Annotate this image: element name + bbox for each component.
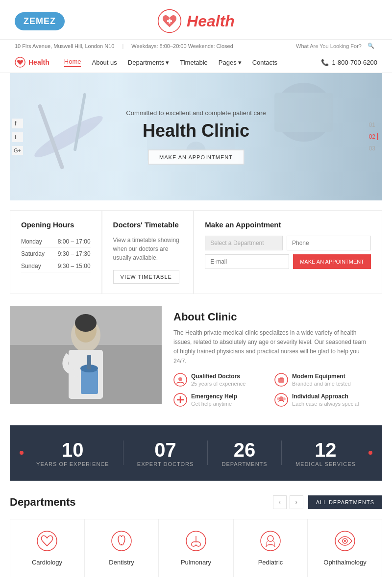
features-grid: Qualified Doctors 25 years of experience…	[173, 373, 370, 409]
departments-nav: ‹ ›	[273, 495, 303, 509]
info-cards: Opening Hours Monday 8:00 – 17:00 Saturd…	[10, 210, 382, 294]
stat-divider-2	[207, 441, 208, 465]
departments-title: Departments	[10, 496, 273, 509]
search-label: What Are You Looking For?	[296, 43, 362, 49]
timetable-description: View a timetable showing when our doctor…	[113, 236, 183, 262]
opening-hours-card: Opening Hours Monday 8:00 – 17:00 Saturd…	[10, 210, 102, 294]
twitter-icon[interactable]: t	[12, 132, 23, 142]
stat-departments-number: 26	[222, 439, 268, 461]
svg-point-30	[261, 531, 280, 551]
working-hours: Weekdays: 8:00–20:00 Weekends: Closed	[131, 43, 233, 49]
sunday-hours: 9:30 – 15:00	[58, 263, 91, 270]
site-logo-icon	[157, 9, 182, 33]
hero-cta-button[interactable]: MAKE AN APPOINTMENT	[148, 150, 244, 165]
departments-header: Departments ‹ › ALL DEPARTMENTS	[10, 495, 382, 509]
search-wrap: What Are You Looking For? 🔍	[296, 43, 377, 49]
stat-experience: 10 YEARS OF EXPERIENCE	[36, 439, 109, 467]
feature-individual-approach: Individual Approach Each case is always …	[274, 393, 370, 409]
stat-departments-label: DEPARTMENTS	[222, 461, 268, 467]
cardiology-icon	[36, 530, 58, 552]
hours-monday: Monday 8:00 – 17:00	[21, 236, 91, 248]
branding-bar: ZEMEZ Health	[0, 0, 392, 39]
svg-rect-6	[274, 93, 333, 132]
dept-pediatric[interactable]: Pediatric	[233, 519, 308, 577]
pediatric-icon	[260, 530, 281, 552]
apt-row-2: MAKE AN APPOINTMENT	[205, 254, 371, 269]
hero-content: Committed to excellent and complete pati…	[126, 109, 266, 165]
svg-point-26	[283, 397, 286, 400]
indicator-2[interactable]: 02	[369, 133, 378, 140]
dept-ophthalmology[interactable]: Ophthalmology	[308, 519, 382, 577]
all-departments-button[interactable]: ALL DEPARTMENTS	[308, 495, 382, 509]
svg-rect-21	[280, 377, 283, 379]
indicator-3[interactable]: 03	[369, 145, 378, 152]
pulmonary-icon	[185, 530, 207, 552]
dept-dentistry[interactable]: Dentistry	[84, 519, 159, 577]
svg-point-14	[75, 314, 97, 332]
nav-departments[interactable]: Departments ▾	[128, 59, 169, 66]
view-timetable-button[interactable]: VIEW TIMETABLE	[113, 270, 179, 284]
hero-subtitle: Committed to excellent and complete pati…	[126, 109, 266, 117]
nav-pages[interactable]: Pages ▾	[219, 59, 242, 66]
feature-modern-equipment: Modern Equipment Branded and time tested	[274, 373, 370, 389]
nav-logo: Health	[15, 57, 49, 68]
stats-right-dot	[368, 451, 372, 455]
svg-point-24	[279, 396, 283, 400]
pages-dropdown-icon: ▾	[238, 59, 242, 66]
departments-prev-button[interactable]: ‹	[273, 495, 287, 509]
stat-doctors-label: EXPERT DOCTORS	[137, 461, 194, 467]
nav-logo-small-icon	[15, 57, 25, 68]
svg-point-25	[277, 397, 280, 400]
sunday-label: Sunday	[21, 263, 41, 270]
equipment-feature-icon	[274, 373, 288, 387]
slide-indicators: 01 02 03	[369, 122, 378, 152]
nav-home[interactable]: Home	[64, 58, 81, 67]
ophthalmology-icon	[334, 530, 356, 552]
phone-icon: 📞	[321, 59, 329, 66]
email-input[interactable]	[205, 254, 289, 269]
svg-point-27	[37, 531, 57, 551]
phone-number: 1-800-700-6200	[332, 59, 377, 66]
stat-divider-3	[281, 441, 282, 465]
hero-section: f t G+ Committed to excellent and comple…	[0, 73, 392, 200]
dept-cardiology[interactable]: Cardiology	[10, 519, 84, 577]
zemez-logo[interactable]: ZEMEZ	[15, 12, 65, 30]
stat-services-number: 12	[295, 439, 356, 461]
doctor-feature-icon	[173, 373, 187, 387]
search-icon[interactable]: 🔍	[368, 43, 374, 49]
dentistry-icon	[111, 530, 132, 552]
phone-input[interactable]	[287, 236, 371, 250]
stat-experience-label: YEARS OF EXPERIENCE	[36, 461, 109, 467]
nav-about[interactable]: About us	[92, 59, 117, 66]
departments-section: Departments ‹ › ALL DEPARTMENTS Cardiolo…	[0, 481, 392, 577]
appointment-button[interactable]: MAKE AN APPOINTMENT	[293, 254, 371, 269]
nav-logo-text: Health	[28, 58, 49, 66]
stat-divider-1	[123, 441, 123, 465]
nav-bar: Health Home About us Departments ▾ Timet…	[0, 52, 392, 73]
nav-contacts[interactable]: Contacts	[252, 59, 277, 66]
hours-sunday: Sunday 9:30 – 15:00	[21, 260, 91, 272]
feature-qualified-doctors: Qualified Doctors 25 years of experience	[173, 373, 270, 389]
appointment-form: Select a Department MAKE AN APPOINTMENT	[205, 236, 371, 269]
svg-point-34	[344, 540, 346, 542]
stat-doctors: 07 EXPERT DOCTORS	[137, 439, 194, 467]
department-select[interactable]: Select a Department	[205, 236, 283, 250]
svg-point-31	[268, 536, 273, 541]
individual-approach-text: Individual Approach Each case is always …	[292, 393, 359, 409]
monday-hours: 8:00 – 17:00	[58, 238, 91, 245]
indicator-1[interactable]: 01	[369, 122, 378, 128]
stats-left-dot	[20, 451, 24, 455]
about-description: The Health private medical clinic specia…	[173, 328, 370, 366]
appointment-card: Make an Appointment Select a Department …	[194, 210, 382, 294]
departments-next-button[interactable]: ›	[290, 495, 303, 509]
facebook-icon[interactable]: f	[12, 119, 23, 128]
googleplus-icon[interactable]: G+	[12, 146, 23, 155]
nav-timetable[interactable]: Timetable	[180, 59, 208, 66]
site-logo-wrap: Health	[157, 9, 235, 33]
dept-pulmonary[interactable]: Pulmonary	[159, 519, 233, 577]
hours-saturday: Saturday 9:30 – 17:30	[21, 248, 91, 260]
svg-rect-15	[81, 369, 98, 394]
svg-rect-17	[87, 355, 91, 369]
emergency-help-title: Emergency Help	[191, 393, 237, 400]
social-bar: f t G+	[12, 119, 23, 155]
